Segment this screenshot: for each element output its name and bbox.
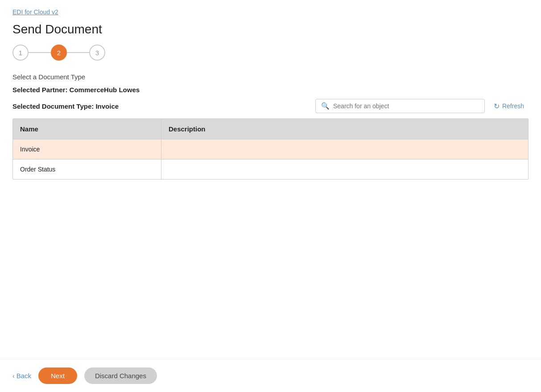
step-1: 1 [12, 45, 29, 61]
step-3: 3 [89, 45, 105, 61]
page-title: Send Document [0, 16, 541, 37]
table-row[interactable]: Order Status [13, 159, 528, 179]
content-area [0, 180, 541, 269]
row-name: Invoice [13, 139, 161, 159]
step-line-2 [67, 52, 89, 53]
column-header-name: Name [13, 119, 161, 139]
refresh-button[interactable]: ↻ Refresh [489, 99, 529, 113]
step-2: 2 [51, 45, 67, 61]
table-header: Name Description [13, 119, 528, 139]
search-box: 🔍 [315, 99, 485, 113]
document-type-table: Name Description Invoice Order Status [12, 118, 529, 180]
back-button[interactable]: ‹ Back [12, 372, 31, 380]
next-button[interactable]: Next [38, 368, 77, 384]
breadcrumb-link[interactable]: EDI for Cloud v2 [12, 8, 58, 16]
search-icon: 🔍 [321, 102, 330, 110]
selected-partner: Selected Partner: CommerceHub Lowes [0, 84, 541, 95]
section-label: Select a Document Type [0, 61, 541, 84]
table-row[interactable]: Invoice [13, 139, 528, 159]
back-chevron-icon: ‹ [12, 372, 15, 380]
footer: ‹ Back Next Discard Changes [0, 359, 541, 392]
search-refresh-container: 🔍 ↻ Refresh [315, 99, 529, 113]
breadcrumb: EDI for Cloud v2 [0, 0, 541, 16]
row-description [161, 159, 528, 179]
selected-doc-type: Selected Document Type: Invoice [12, 102, 119, 110]
refresh-icon: ↻ [494, 102, 500, 110]
step-line-1 [29, 52, 51, 53]
discard-changes-button[interactable]: Discard Changes [84, 368, 157, 384]
row-name: Order Status [13, 159, 161, 179]
doc-type-row: Selected Document Type: Invoice 🔍 ↻ Refr… [0, 95, 541, 118]
search-input[interactable] [333, 102, 479, 110]
steps-container: 1 2 3 [0, 37, 541, 61]
column-header-description: Description [161, 119, 528, 139]
row-description [161, 139, 528, 159]
